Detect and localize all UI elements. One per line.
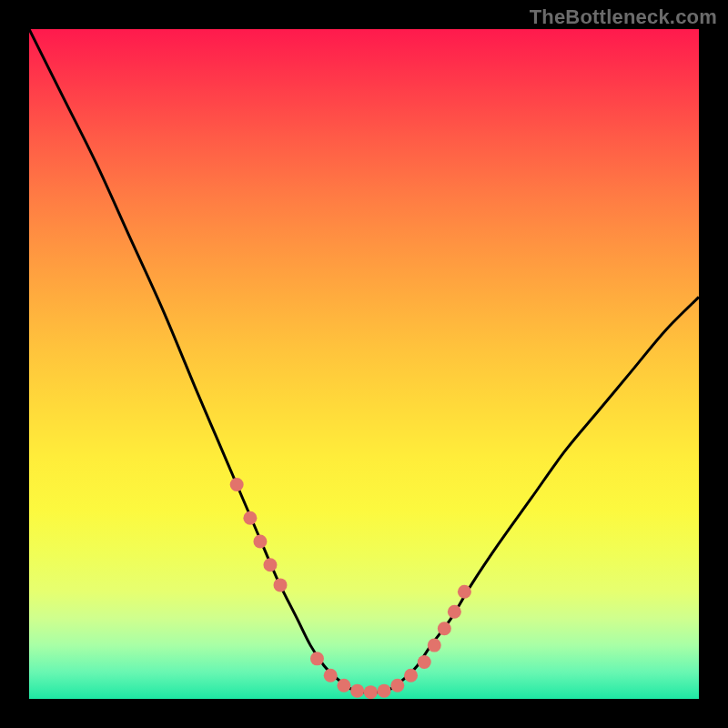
marker-dot <box>243 511 257 525</box>
marker-dot <box>253 535 267 549</box>
plot-area <box>29 29 699 699</box>
highlight-markers <box>230 478 471 699</box>
marker-dot <box>310 652 324 665</box>
marker-dot <box>324 669 338 682</box>
marker-dot <box>438 622 451 635</box>
chart-frame: TheBottleneck.com <box>0 0 728 728</box>
marker-dot <box>458 585 471 599</box>
watermark-text: TheBottleneck.com <box>530 5 717 29</box>
marker-dot <box>337 679 350 693</box>
marker-dot <box>448 605 461 619</box>
marker-dot <box>390 679 404 693</box>
marker-dot <box>364 685 378 699</box>
marker-dot <box>418 655 431 669</box>
marker-dot <box>378 684 391 698</box>
marker-dot <box>350 684 364 698</box>
marker-dot <box>263 558 277 571</box>
bottleneck-curve <box>29 29 699 693</box>
marker-dot <box>428 639 441 652</box>
marker-dot <box>274 578 288 592</box>
marker-dot <box>230 478 244 491</box>
marker-dot <box>404 669 418 682</box>
chart-svg <box>29 29 699 699</box>
